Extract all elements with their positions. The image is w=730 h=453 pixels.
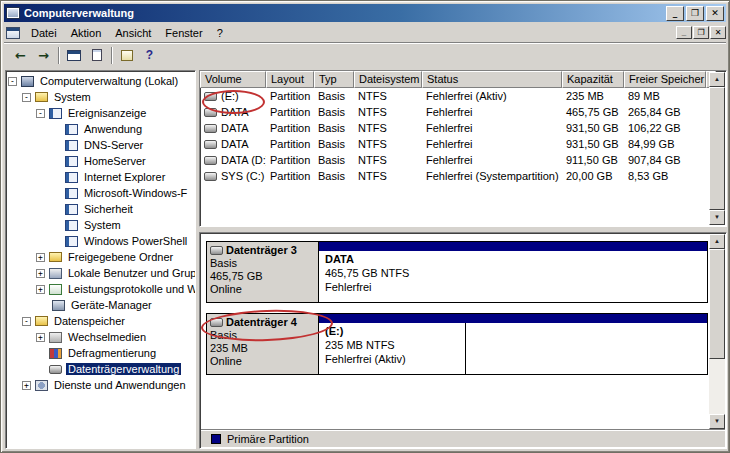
window-title: Computerverwaltung xyxy=(24,7,664,19)
scroll-up-icon[interactable]: ▲ xyxy=(709,234,725,249)
expand-icon[interactable]: + xyxy=(36,333,45,342)
console-tree-icon xyxy=(67,50,81,61)
legend-bar: Primäre Partition xyxy=(201,429,725,447)
volume-row-data-1[interactable]: DATA Partition Basis NTFS Fehlerfrei 465… xyxy=(200,104,712,120)
disk-icon xyxy=(204,108,217,117)
column-header-volume[interactable]: Volume xyxy=(200,71,266,88)
back-button[interactable]: ← xyxy=(9,45,32,66)
export-list-button[interactable] xyxy=(115,45,138,66)
folder-icon xyxy=(35,92,48,102)
tree-item-system-log[interactable]: System xyxy=(6,217,195,233)
tree-item-lokale-benutzer[interactable]: + Lokale Benutzer und Grup xyxy=(6,265,195,281)
help-button[interactable]: ? xyxy=(138,45,161,66)
partition-data[interactable]: DATA 465,75 GB NTFS Fehlerfrei xyxy=(319,242,707,302)
help-icon: ? xyxy=(146,48,153,62)
performance-icon xyxy=(49,284,62,295)
scroll-up-icon[interactable]: ▲ xyxy=(709,72,725,87)
minimize-button[interactable]: _ xyxy=(666,6,684,21)
disk-row-datentraeger-4[interactable]: Datenträger 4 Basis 235 MB Online (E:) 2… xyxy=(206,313,708,375)
event-log-icon xyxy=(65,124,78,135)
disk-row-datentraeger-3[interactable]: Datenträger 3 Basis 465,75 GB Online DAT… xyxy=(206,241,708,303)
tree-item-microsoft-windows[interactable]: Microsoft-Windows-F xyxy=(6,185,195,201)
volume-row-e[interactable]: (E:) Partition Basis NTFS Fehlerfrei (Ak… xyxy=(200,88,712,104)
volume-row-sys-c[interactable]: SYS (C:) Partition Basis NTFS Fehlerfrei… xyxy=(200,168,712,184)
collapse-icon[interactable]: - xyxy=(22,93,31,102)
mdi-close-button[interactable]: ✕ xyxy=(710,26,726,39)
disk-label-datentraeger-4[interactable]: Datenträger 4 Basis 235 MB Online xyxy=(207,314,319,374)
tree-item-computerverwaltung[interactable]: - Computerverwaltung (Lokal) xyxy=(6,73,195,89)
collapse-icon[interactable]: - xyxy=(8,77,17,86)
mdi-minimize-button[interactable]: _ xyxy=(676,26,692,39)
tree-item-internet-explorer[interactable]: Internet Explorer xyxy=(6,169,195,185)
menu-datei[interactable]: Datei xyxy=(24,25,64,41)
collapse-icon[interactable]: - xyxy=(36,109,45,118)
volume-list-header: Volume Layout Typ Dateisystem Status Kap… xyxy=(200,71,712,88)
menu-hilfe[interactable]: ? xyxy=(210,25,230,41)
disk-icon xyxy=(49,365,62,374)
disk-view-scrollbar[interactable]: ▲ ▼ xyxy=(709,234,725,429)
column-header-status[interactable]: Status xyxy=(422,71,562,88)
removable-media-icon xyxy=(49,332,62,343)
tree-item-dienste-und-anwendungen[interactable]: + Dienste und Anwendungen xyxy=(6,377,195,393)
volume-list-scrollbar[interactable]: ▲ ▼ xyxy=(709,72,725,225)
tree-item-system[interactable]: - System xyxy=(6,89,195,105)
column-header-typ[interactable]: Typ xyxy=(314,71,354,88)
tree-item-freigegebene-ordner[interactable]: + Freigegebene Ordner xyxy=(6,249,195,265)
collapse-icon[interactable]: - xyxy=(22,317,31,326)
event-log-icon xyxy=(65,204,78,215)
volume-row-data-3[interactable]: DATA Partition Basis NTFS Fehlerfrei 931… xyxy=(200,136,712,152)
event-log-icon xyxy=(65,236,78,247)
title-bar[interactable]: Computerverwaltung _ ❐ ✕ xyxy=(4,4,726,22)
scroll-down-icon[interactable]: ▼ xyxy=(709,210,725,225)
mdi-restore-button[interactable]: ❐ xyxy=(693,26,709,39)
tree-item-sicherheit[interactable]: Sicherheit xyxy=(6,201,195,217)
tree-item-homeserver[interactable]: HomeServer xyxy=(6,153,195,169)
forward-button[interactable]: → xyxy=(32,45,55,66)
disk-label-datentraeger-3[interactable]: Datenträger 3 Basis 465,75 GB Online xyxy=(207,242,319,302)
services-icon xyxy=(35,380,48,391)
volume-list-pane: Volume Layout Typ Dateisystem Status Kap… xyxy=(199,70,727,227)
menu-aktion[interactable]: Aktion xyxy=(64,25,109,41)
expand-icon[interactable]: + xyxy=(36,285,45,294)
users-icon xyxy=(49,268,62,279)
tree-item-geraete-manager[interactable]: Geräte-Manager xyxy=(6,297,195,313)
scrollbar-thumb[interactable] xyxy=(709,249,725,359)
tree-item-dns-server[interactable]: DNS-Server xyxy=(6,137,195,153)
column-header-freier-speicher[interactable]: Freier Speicher xyxy=(624,71,706,88)
tree-item-leistungsprotokolle[interactable]: + Leistungsprotokolle und W xyxy=(6,281,195,297)
scroll-down-icon[interactable]: ▼ xyxy=(709,414,725,429)
scrollbar-thumb[interactable] xyxy=(709,87,725,210)
export-list-icon xyxy=(121,50,133,61)
tree-item-anwendung[interactable]: Anwendung xyxy=(6,121,195,137)
details-pane: Volume Layout Typ Dateisystem Status Kap… xyxy=(199,70,727,449)
volume-row-data-d[interactable]: DATA (D:) Partition Basis NTFS Fehlerfre… xyxy=(200,152,712,168)
primary-partition-stripe xyxy=(319,314,707,323)
tree-item-wechselmedien[interactable]: + Wechselmedien xyxy=(6,329,195,345)
expand-icon[interactable]: + xyxy=(22,381,31,390)
tree-item-defragmentierung[interactable]: Defragmentierung xyxy=(6,345,195,361)
column-header-kapazitaet[interactable]: Kapazität xyxy=(562,71,624,88)
console-window-icon[interactable] xyxy=(6,27,20,39)
close-button[interactable]: ✕ xyxy=(706,6,724,21)
properties-button[interactable] xyxy=(85,45,108,66)
partition-e[interactable]: (E:) 235 MB NTFS Fehlerfrei (Aktiv) xyxy=(319,314,707,374)
tree-item-datenspeicher[interactable]: - Datenspeicher xyxy=(6,313,195,329)
device-manager-icon xyxy=(52,300,65,311)
computer-management-window: Computerverwaltung _ ❐ ✕ Datei Aktion An… xyxy=(0,0,730,453)
menu-ansicht[interactable]: Ansicht xyxy=(108,25,158,41)
volume-row-data-2[interactable]: DATA Partition Basis NTFS Fehlerfrei 931… xyxy=(200,120,712,136)
expand-icon[interactable]: + xyxy=(36,253,45,262)
disk-size: 235 MB xyxy=(210,342,315,355)
primary-partition-color-swatch xyxy=(211,434,221,444)
column-header-layout[interactable]: Layout xyxy=(266,71,314,88)
show-console-tree-button[interactable] xyxy=(62,45,85,66)
forward-arrow-icon: → xyxy=(38,48,49,63)
menu-fenster[interactable]: Fenster xyxy=(158,25,209,41)
disk-type: Basis xyxy=(210,329,315,342)
tree-item-ereignisanzeige[interactable]: - Ereignisanzeige xyxy=(6,105,195,121)
tree-item-windows-powershell[interactable]: Windows PowerShell xyxy=(6,233,195,249)
column-header-dateisystem[interactable]: Dateisystem xyxy=(354,71,422,88)
expand-icon[interactable]: + xyxy=(36,269,45,278)
maximize-button[interactable]: ❐ xyxy=(686,6,704,21)
tree-item-datentraegerverwaltung[interactable]: Datenträgerverwaltung xyxy=(6,361,195,377)
